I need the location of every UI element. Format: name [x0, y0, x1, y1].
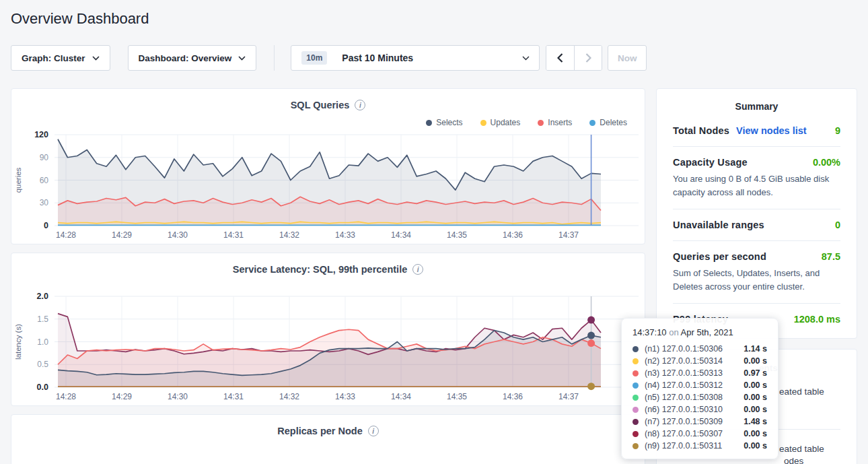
tooltip-node-row: (n9) 127.0.0.1:503110.00 s	[632, 440, 767, 452]
summary-label: Queries per second	[673, 251, 766, 262]
svg-text:14:29: 14:29	[112, 392, 132, 401]
chevron-down-icon	[522, 56, 530, 61]
legend-dot	[480, 120, 486, 126]
replicas-per-node-card: Replicas per Node i	[11, 414, 645, 464]
tooltip-timestamp: 14:37:10 on Apr 5th, 2021	[632, 327, 767, 337]
tooltip-node-label: (n8) 127.0.0.1:50307	[645, 429, 723, 438]
summary-divider	[673, 146, 840, 147]
svg-text:14:33: 14:33	[335, 392, 355, 401]
dashboard-dropdown[interactable]: Dashboard: Overview	[128, 45, 257, 71]
time-next-button[interactable]	[574, 46, 602, 70]
svg-text:14:31: 14:31	[223, 230, 244, 240]
series-dot-icon	[632, 431, 639, 437]
legend-item-updates[interactable]: Updates	[480, 117, 521, 128]
svg-text:2.0: 2.0	[37, 292, 48, 301]
charts-column: SQL Queries i SelectsUpdatesInsertsDelet…	[11, 88, 645, 464]
svg-text:14:34: 14:34	[391, 230, 411, 240]
time-range-label: Past 10 Minutes	[342, 53, 413, 63]
series-dot-icon	[632, 383, 639, 389]
view-nodes-list-link[interactable]: View nodes list	[736, 125, 807, 136]
event-row-fragment: odes	[784, 456, 803, 464]
svg-text:14:33: 14:33	[335, 230, 355, 240]
series-dot-icon	[632, 358, 639, 364]
tooltip-node-value: 0.00 s	[744, 429, 767, 438]
summary-label: Unavailable ranges	[673, 220, 764, 230]
summary-card: Summary Total NodesView nodes list9Capac…	[656, 88, 857, 339]
legend-label: Deletes	[600, 118, 627, 127]
summary-divider	[673, 240, 840, 241]
svg-text:120: 120	[34, 130, 48, 139]
summary-row: Total NodesView nodes list9	[673, 125, 840, 136]
tooltip-node-row: (n7) 127.0.0.1:503091.48 s	[632, 416, 767, 428]
service-latency-chart[interactable]: 0.00.51.01.52.014:2814:2914:3014:3114:32…	[11, 290, 645, 405]
legend-label: Selects	[436, 118, 462, 127]
summary-divider	[673, 209, 840, 209]
time-prev-button[interactable]	[546, 46, 574, 70]
tooltip-node-row: (n5) 127.0.0.1:503080.00 s	[632, 391, 767, 403]
tooltip-node-value: 0.00 s	[744, 393, 767, 402]
time-range-selector[interactable]: 10m Past 10 Minutes	[291, 45, 540, 71]
service-latency-card: Service Latency: SQL, 99th percentile i …	[11, 253, 645, 406]
tooltip-node-value: 0.00 s	[744, 356, 767, 366]
page-title: Overview Dashboard	[11, 10, 868, 28]
service-latency-title: Service Latency: SQL, 99th percentile	[233, 264, 408, 275]
legend-item-selects[interactable]: Selects	[426, 117, 462, 128]
svg-text:14:34: 14:34	[391, 392, 411, 401]
summary-value: 0.00%	[813, 157, 840, 168]
summary-label: Total Nodes	[673, 125, 729, 136]
time-pager	[546, 45, 602, 71]
sql-queries-chart[interactable]: 030609012014:2814:2914:3014:3114:3214:33…	[11, 128, 645, 244]
summary-row: Capacity Usage0.00%You are using 0 B of …	[673, 157, 840, 199]
tooltip-node-label: (n1) 127.0.0.1:50306	[645, 344, 723, 354]
legend-item-inserts[interactable]: Inserts	[538, 117, 572, 128]
sql-queries-title: SQL Queries	[291, 100, 350, 110]
info-icon[interactable]: i	[368, 426, 379, 436]
toolbar: Graph: Cluster Dashboard: Overview 10m P…	[11, 45, 857, 71]
tooltip-node-row: (n8) 127.0.0.1:503070.00 s	[632, 428, 767, 440]
tooltip-node-label: (n5) 127.0.0.1:50308	[645, 393, 723, 402]
svg-text:14:37: 14:37	[558, 230, 579, 240]
graph-dropdown[interactable]: Graph: Cluster	[11, 45, 110, 71]
summary-value: 1208.0 ms	[794, 314, 840, 325]
tooltip-node-row: (n6) 127.0.0.1:503100.00 s	[632, 403, 767, 416]
event-row-fragment: eated table	[779, 387, 824, 397]
now-button[interactable]: Now	[608, 45, 647, 71]
svg-text:14:36: 14:36	[503, 392, 523, 401]
svg-text:14:28: 14:28	[56, 392, 76, 401]
svg-text:60: 60	[40, 176, 49, 185]
series-dot-icon	[632, 370, 639, 376]
svg-text:1.5: 1.5	[37, 314, 48, 324]
series-dot-icon	[632, 346, 639, 352]
svg-text:14:35: 14:35	[447, 230, 467, 240]
sql-queries-legend: SelectsUpdatesInsertsDeletes	[11, 110, 645, 128]
tooltip-node-label: (n3) 127.0.0.1:50313	[645, 368, 723, 378]
summary-title: Summary	[673, 101, 840, 112]
series-dot-icon	[632, 395, 639, 401]
tooltip-node-value: 1.48 s	[744, 417, 767, 426]
chart-hover-tooltip: 14:37:10 on Apr 5th, 2021 (n1) 127.0.0.1…	[621, 318, 779, 459]
svg-text:14:37: 14:37	[558, 392, 579, 401]
legend-label: Updates	[491, 118, 521, 127]
svg-text:1.0: 1.0	[37, 337, 48, 347]
svg-text:14:31: 14:31	[223, 392, 244, 401]
svg-text:30: 30	[40, 198, 49, 207]
legend-dot	[589, 120, 595, 126]
svg-text:0: 0	[44, 221, 48, 230]
svg-text:14:29: 14:29	[112, 230, 132, 240]
tooltip-node-label: (n6) 127.0.0.1:50310	[645, 405, 723, 414]
tooltip-node-label: (n2) 127.0.0.1:50314	[645, 356, 723, 366]
graph-dropdown-label: Graph: Cluster	[22, 53, 85, 63]
chevron-down-icon	[92, 56, 100, 61]
summary-label: Capacity Usage	[673, 157, 748, 168]
summary-divider	[673, 303, 840, 304]
tooltip-node-row: (n4) 127.0.0.1:503120.00 s	[632, 379, 767, 391]
legend-item-deletes[interactable]: Deletes	[589, 117, 627, 128]
summary-description: You are using 0 B of 4.5 GiB usable disk…	[673, 172, 840, 199]
info-icon[interactable]: i	[355, 100, 365, 110]
svg-text:queries: queries	[14, 167, 22, 193]
summary-description: Sum of Selects, Updates, Inserts, and De…	[673, 267, 840, 293]
svg-text:0.5: 0.5	[37, 360, 48, 369]
tooltip-node-row: (n2) 127.0.0.1:503140.00 s	[632, 355, 767, 367]
legend-label: Inserts	[548, 118, 572, 127]
info-icon[interactable]: i	[412, 264, 423, 275]
